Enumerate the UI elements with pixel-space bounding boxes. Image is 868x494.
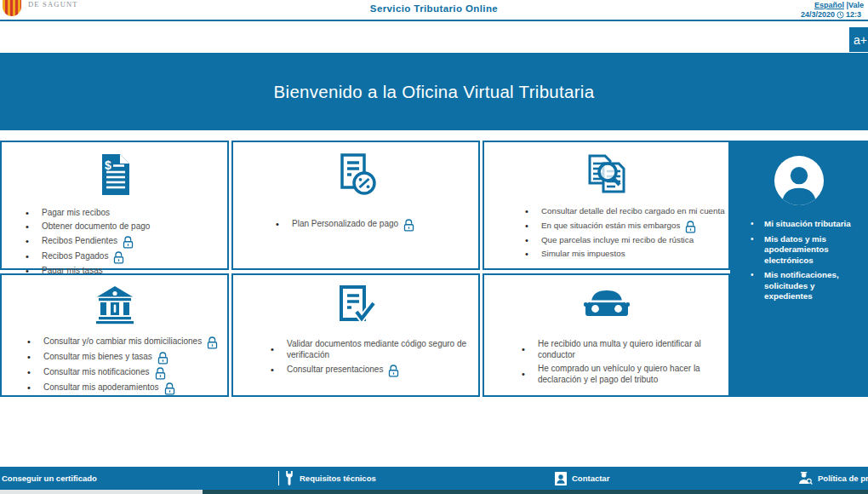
link-situacion-embargos[interactable]: En que situación están mis embargos xyxy=(525,219,728,232)
increase-font-size-button[interactable]: a+ xyxy=(849,27,868,52)
link-cambiar-domiciliaciones[interactable]: Consultar y/o cambiar mis domiciliacione… xyxy=(27,335,227,348)
link-label: Consultar presentaciones xyxy=(287,364,383,375)
bullet xyxy=(751,234,764,267)
link-label: He comprado un vehículo y quiero hacer l… xyxy=(538,363,712,385)
lock-icon xyxy=(157,352,168,365)
card-domiciliaciones: Consultar y/o cambiar mis domiciliacione… xyxy=(0,273,229,397)
link-mis-notificaciones-solicitudes[interactable]: Mis notificaciones, solicitudes y expedi… xyxy=(751,270,868,302)
link-plan-personalizado-pago[interactable]: Plan Personalizado de pago xyxy=(276,217,478,230)
bullet xyxy=(525,249,541,259)
date-text: 24/3/2020 xyxy=(801,10,835,19)
footer-link-politica-privacidad[interactable]: Política de priva xyxy=(798,467,868,490)
wrench-icon xyxy=(284,471,294,485)
bullet xyxy=(271,365,287,375)
link-recibos-pendientes[interactable]: Recibos Pendientes xyxy=(26,234,227,247)
link-consultar-presentaciones[interactable]: Consultar presentaciones xyxy=(271,363,478,376)
link-parcelas-rustica[interactable]: Que parcelas incluye mi recibo de rústic… xyxy=(525,234,728,245)
link-mi-situacion-tributaria[interactable]: Mi situación tributaria xyxy=(751,219,868,230)
language-switcher: Español |Vale xyxy=(814,1,864,9)
contact-card-icon xyxy=(555,472,567,485)
link-label: Plan Personalizado de pago xyxy=(292,218,398,229)
link-label: Mis datos y mis apoderamientos electróni… xyxy=(764,234,854,267)
bullet xyxy=(522,344,538,354)
user-area-panel: Mi situación tributaria Mis datos y mis … xyxy=(730,141,868,397)
privacy-detective-icon xyxy=(798,471,813,485)
card-consultas-recibos: Consultar detalle del recibo cargado en … xyxy=(483,141,730,270)
link-label: Validar documentos mediante código segur… xyxy=(287,338,470,360)
link-label: Mi situación tributaria xyxy=(764,219,851,230)
footer-link-label: Contactar xyxy=(572,474,609,483)
top-bar: AJUNTAMENT DE SAGUNT Servicio Tributario… xyxy=(0,0,868,21)
link-label: He recibido una multa y quiero identific… xyxy=(538,338,712,360)
lock-icon xyxy=(123,236,134,249)
svg-text:$: $ xyxy=(105,158,111,172)
document-dollar-icon: $ xyxy=(96,152,134,197)
link-recibos-pagados[interactable]: Recibos Pagados xyxy=(26,250,227,262)
link-label: Mis notificaciones, solicitudes y expedi… xyxy=(764,270,854,302)
document-percent-icon xyxy=(334,152,378,197)
bullet xyxy=(27,382,43,393)
link-obtener-documento-pago[interactable]: Obtener documento de pago xyxy=(26,221,227,232)
datetime: 24/3/2020 12:3 xyxy=(801,10,861,19)
link-label: Obtener documento de pago xyxy=(42,221,150,232)
link-label: Recibos Pagados xyxy=(42,250,108,261)
link-bienes-tasas[interactable]: Consultar mis bienes y tasas xyxy=(27,350,227,363)
bullet xyxy=(525,206,541,216)
footer-link-label: Conseguir un certificado xyxy=(2,474,97,483)
link-consultar-detalle-recibo[interactable]: Consultar detalle del recibo cargado en … xyxy=(525,205,728,216)
lock-icon xyxy=(155,367,166,380)
link-label: Simular mis impuestos xyxy=(541,248,625,259)
language-spanish-link[interactable]: Español xyxy=(814,1,844,9)
link-consultar-notificaciones[interactable]: Consultar mis notificaciones xyxy=(27,365,227,378)
footer-link-label: Requisitos técnicos xyxy=(300,474,376,483)
footer-link-conseguir-certificado[interactable]: Conseguir un certificado xyxy=(2,467,97,490)
footer-link-label: Política de priva xyxy=(818,474,868,483)
link-validar-documentos-csv[interactable]: Validar documentos mediante código segur… xyxy=(271,338,478,360)
link-label: Consultar mis notificaciones xyxy=(43,366,150,377)
bullet xyxy=(26,221,42,232)
documents-search-icon xyxy=(583,152,631,197)
link-mis-datos-apoderamientos[interactable]: Mis datos y mis apoderamientos electróni… xyxy=(751,234,868,267)
bullet xyxy=(525,221,541,231)
bullet xyxy=(26,208,42,218)
link-label: Consultar mis apoderamientos xyxy=(43,382,159,393)
footer-link-contactar[interactable]: Contactar xyxy=(555,467,609,490)
footer-separator xyxy=(278,471,279,485)
bullet xyxy=(751,219,764,230)
time-text: 12:3 xyxy=(846,10,861,19)
footer-bar: Conseguir un certificado Requisitos técn… xyxy=(0,467,868,490)
bullet xyxy=(522,369,538,379)
link-consultar-apoderamientos[interactable]: Consultar mis apoderamientos xyxy=(27,381,227,393)
user-icon xyxy=(773,154,825,207)
link-label: Consultar mis bienes y tasas xyxy=(43,351,152,362)
link-simular-impuestos[interactable]: Simular mis impuestos xyxy=(525,248,728,259)
horizontal-scrollbar[interactable] xyxy=(0,490,868,494)
link-multa-identificar-conductor[interactable]: He recibido una multa y quiero identific… xyxy=(522,338,728,360)
link-label: Consultar detalle del recibo cargado en … xyxy=(541,205,725,216)
car-icon xyxy=(584,288,630,322)
footer-link-requisitos-tecnicos[interactable]: Requisitos técnicos xyxy=(284,467,376,490)
bullet xyxy=(27,336,43,347)
bullet xyxy=(27,352,43,362)
bullet xyxy=(26,251,42,261)
link-vehiculo-declaracion-pago[interactable]: He comprado un vehículo y quiero hacer l… xyxy=(522,363,728,385)
welcome-title: Bienvenido a la Oficina Virtual Tributar… xyxy=(274,82,595,102)
card-plan-pago: Plan Personalizado de pago xyxy=(231,141,480,270)
lock-icon xyxy=(388,365,399,377)
link-pagar-recibos[interactable]: Pagar mis recibos xyxy=(26,207,227,218)
link-label: Pagar mis recibos xyxy=(42,207,110,218)
welcome-banner: Bienvenido a la Oficina Virtual Tributar… xyxy=(0,53,868,130)
services-grid: $ Pagar mis recibos Obtener documento de… xyxy=(0,141,868,397)
horizontal-scrollbar-thumb[interactable] xyxy=(0,490,203,494)
lock-icon xyxy=(113,251,124,264)
page-title: Servicio Tributario Online xyxy=(0,3,868,14)
lock-icon xyxy=(207,336,218,349)
language-valencian-link[interactable]: |Vale xyxy=(847,1,865,9)
lock-icon xyxy=(164,382,175,395)
link-label: En que situación están mis embargos xyxy=(541,220,680,231)
bullet xyxy=(751,270,764,302)
bullet xyxy=(525,235,541,245)
link-label: Que parcelas incluye mi recibo de rústic… xyxy=(541,234,694,245)
bullet xyxy=(26,236,42,246)
document-check-icon xyxy=(334,284,378,325)
